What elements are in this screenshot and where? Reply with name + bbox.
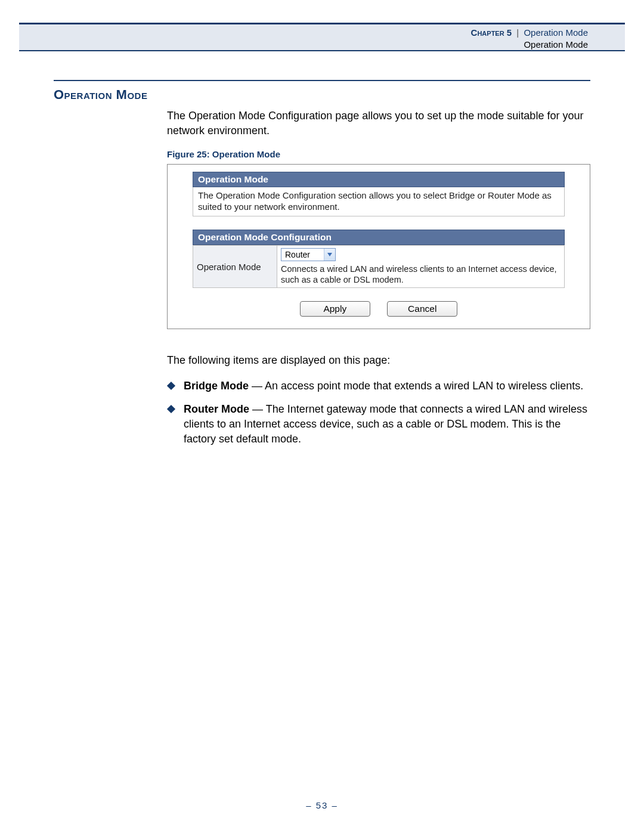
diamond-bullet-icon xyxy=(167,382,175,390)
section-rule xyxy=(54,80,590,81)
list-item: Router Mode — The Internet gateway mode … xyxy=(167,402,590,447)
row-description: Connects a wired LAN and wireless client… xyxy=(281,262,561,285)
item-name: Bridge Mode xyxy=(184,380,249,392)
body-column: The Operation Mode Configuration page al… xyxy=(167,109,590,447)
chapter-subtitle: Operation Mode xyxy=(19,39,588,51)
chapter-label: Chapter 5 xyxy=(471,27,512,38)
page-header: Chapter 5 | Operation Mode Operation Mod… xyxy=(19,23,625,51)
dropdown-value: Router xyxy=(281,250,324,259)
chevron-down-icon xyxy=(324,249,335,261)
button-row: Apply Cancel xyxy=(193,301,565,317)
item-name: Router Mode xyxy=(184,403,249,415)
item-desc: — An access point mode that extends a wi… xyxy=(249,380,583,392)
section-heading: Operation Mode xyxy=(54,87,590,103)
row-label: Operation Mode xyxy=(193,246,277,288)
document-page: Chapter 5 | Operation Mode Operation Mod… xyxy=(0,0,644,833)
separator: | xyxy=(514,27,521,38)
row-value-cell: Router Connects a wired LAN and wireless… xyxy=(277,246,565,288)
panel-header: Operation Mode Configuration xyxy=(193,230,565,245)
apply-button[interactable]: Apply xyxy=(300,301,370,317)
cancel-button[interactable]: Cancel xyxy=(387,301,457,317)
config-table: Operation Mode Router Connects a wired L… xyxy=(193,245,565,288)
intro-paragraph: The Operation Mode Configuration page al… xyxy=(167,109,590,138)
figure-screenshot: Operation Mode The Operation Mode Config… xyxy=(167,164,590,329)
diamond-bullet-icon xyxy=(167,405,175,413)
list-item: Bridge Mode — An access point mode that … xyxy=(167,379,590,394)
operation-mode-config-panel: Operation Mode Configuration Operation M… xyxy=(193,230,565,288)
panel-header: Operation Mode xyxy=(193,172,565,187)
content-area: Operation Mode The Operation Mode Config… xyxy=(54,76,590,455)
items-intro: The following items are displayed on thi… xyxy=(167,353,590,368)
items-list: Bridge Mode — An access point mode that … xyxy=(167,379,590,447)
page-number: – 53 – xyxy=(0,800,644,810)
chapter-title: Operation Mode xyxy=(524,27,588,38)
figure-caption: Figure 25: Operation Mode xyxy=(167,149,590,159)
svg-marker-0 xyxy=(327,253,332,256)
operation-mode-dropdown[interactable]: Router xyxy=(281,248,336,261)
operation-mode-panel: Operation Mode The Operation Mode Config… xyxy=(193,172,565,216)
table-row: Operation Mode Router Connects a wired L… xyxy=(193,246,565,288)
panel-body: The Operation Mode Configuration section… xyxy=(193,187,565,216)
